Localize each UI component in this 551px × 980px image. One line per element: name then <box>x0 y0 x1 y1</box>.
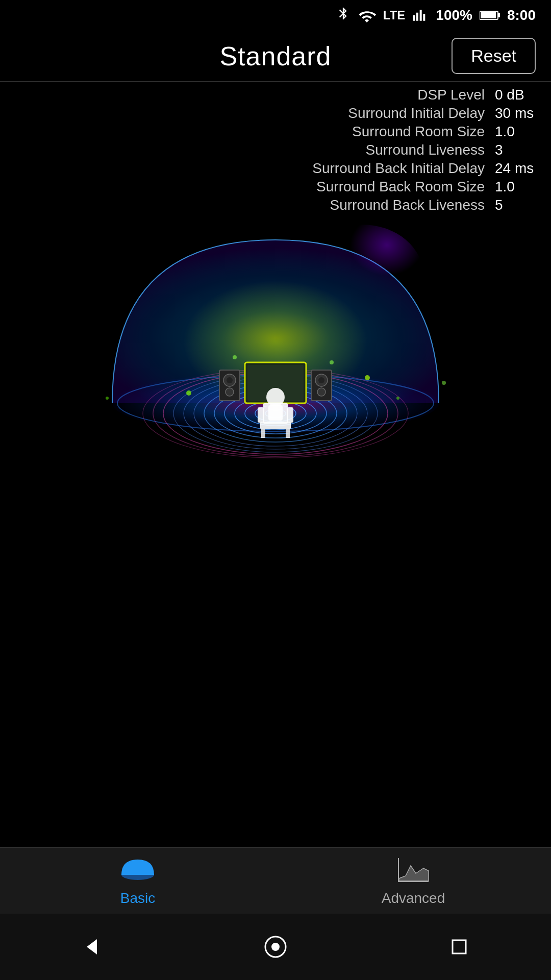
svg-point-29 <box>318 377 324 383</box>
info-row-surround-delay: Surround Initial Delay 30 ms <box>312 105 536 121</box>
svg-rect-48 <box>398 858 399 881</box>
svg-point-40 <box>233 355 237 359</box>
basic-icon <box>120 855 156 886</box>
bluetooth-icon <box>336 6 350 24</box>
surround-back-liveness-value: 5 <box>495 197 536 213</box>
tab-basic[interactable]: Basic <box>0 855 276 906</box>
back-button[interactable] <box>71 926 112 967</box>
svg-point-37 <box>266 388 285 406</box>
svg-rect-36 <box>286 429 290 438</box>
tab-advanced-label: Advanced <box>382 890 445 906</box>
surround-back-initial-delay-label: Surround Back Initial Delay <box>312 160 485 177</box>
svg-point-39 <box>186 390 191 396</box>
dsp-level-label: DSP Level <box>417 87 485 103</box>
info-row-surround-room: Surround Room Size 1.0 <box>312 124 536 140</box>
svg-point-26 <box>226 388 234 396</box>
surround-room-size-label: Surround Room Size <box>352 124 485 140</box>
sound-visualization <box>97 214 454 521</box>
home-button[interactable] <box>255 926 296 967</box>
info-row-surround-liveness: Surround Liveness 3 <box>312 142 536 158</box>
info-panel: DSP Level 0 dB Surround Initial Delay 30… <box>312 87 536 213</box>
info-row-dsp: DSP Level 0 dB <box>312 87 536 103</box>
surround-liveness-value: 3 <box>495 142 536 158</box>
info-row-back-liveness: Surround Back Liveness 5 <box>312 197 536 213</box>
status-icons: LTE 100% 8:00 <box>336 6 536 24</box>
surround-room-size-value: 1.0 <box>495 124 536 140</box>
svg-rect-38 <box>268 405 283 421</box>
svg-rect-32 <box>260 422 291 429</box>
svg-point-30 <box>317 388 325 396</box>
recent-icon <box>446 934 472 960</box>
tab-basic-label: Basic <box>120 890 155 906</box>
advanced-icon <box>395 855 431 886</box>
surround-back-liveness-label: Surround Back Liveness <box>330 197 485 213</box>
surround-back-room-size-label: Surround Back Room Size <box>316 179 485 195</box>
svg-marker-49 <box>87 939 97 954</box>
svg-point-51 <box>271 943 280 951</box>
svg-point-43 <box>396 397 399 400</box>
back-icon <box>79 934 105 960</box>
surround-liveness-label: Surround Liveness <box>366 142 485 158</box>
signal-icon <box>412 8 429 22</box>
svg-point-41 <box>330 360 334 364</box>
system-nav-bar <box>0 914 551 980</box>
surround-back-room-size-value: 1.0 <box>495 179 536 195</box>
info-row-back-delay: Surround Back Initial Delay 24 ms <box>312 160 536 177</box>
tab-advanced[interactable]: Advanced <box>276 855 551 906</box>
status-bar: LTE 100% 8:00 <box>0 0 551 31</box>
svg-rect-1 <box>481 12 496 18</box>
clock: 8:00 <box>507 7 536 23</box>
svg-point-42 <box>365 375 370 380</box>
svg-rect-35 <box>261 429 265 438</box>
dsp-level-value: 0 dB <box>495 87 536 103</box>
lte-icon: LTE <box>383 8 406 22</box>
header: Standard Reset <box>0 31 551 82</box>
reset-button[interactable]: Reset <box>452 38 536 74</box>
recent-button[interactable] <box>439 926 480 967</box>
surround-initial-delay-label: Surround Initial Delay <box>348 105 485 121</box>
wifi-icon <box>358 8 376 22</box>
surround-back-initial-delay-value: 24 ms <box>495 160 536 177</box>
bottom-nav: Basic Advanced <box>0 847 551 914</box>
svg-rect-33 <box>258 407 264 423</box>
svg-rect-34 <box>287 407 293 423</box>
battery-percent: 100% <box>436 7 472 23</box>
info-row-back-room: Surround Back Room Size 1.0 <box>312 179 536 195</box>
page-title: Standard <box>219 41 331 71</box>
svg-rect-2 <box>498 13 500 17</box>
home-icon <box>263 934 288 960</box>
surround-initial-delay-value: 30 ms <box>495 105 536 121</box>
svg-point-25 <box>227 377 233 383</box>
svg-point-45 <box>106 397 109 400</box>
battery-icon <box>480 9 500 21</box>
svg-rect-52 <box>453 940 466 953</box>
svg-point-44 <box>442 381 446 385</box>
